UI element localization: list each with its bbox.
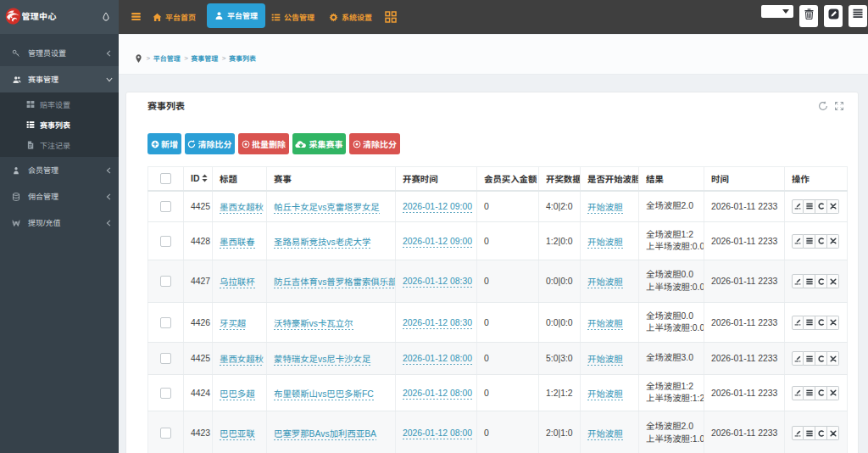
select-all-checkbox[interactable]	[160, 173, 171, 184]
edit-button[interactable]	[824, 5, 843, 27]
row-checkbox[interactable]	[160, 201, 171, 212]
trash-button[interactable]	[799, 5, 818, 27]
match-link[interactable]: 巴塞罗那BAvs加利西亚BA	[274, 429, 376, 440]
sidebar-toggle-icon[interactable]	[131, 11, 142, 22]
match-link[interactable]: 圣路易斯竞技vs老虎大学	[274, 238, 370, 249]
match-link[interactable]: 布里顿斯山vs巴巴多斯FC	[274, 389, 374, 400]
nav-item-4[interactable]: 系统设置	[329, 0, 372, 34]
action-pen-button[interactable]	[792, 199, 804, 214]
row-checkbox[interactable]	[160, 388, 171, 399]
action-close-button[interactable]	[827, 386, 839, 400]
sidebar-subitem-2[interactable]: 赛事列表	[0, 115, 119, 135]
action-close-button[interactable]	[827, 274, 839, 288]
toolbar-button-1[interactable]: 新增	[147, 133, 181, 154]
sidebar-item-3[interactable]: 会员管理	[0, 157, 119, 183]
start-time-link[interactable]: 2026-01-12 08:00	[403, 354, 472, 365]
cell-buy-amount: 0	[477, 260, 539, 303]
nav-item-3[interactable]: 公告管理	[271, 0, 314, 34]
action-menu-button[interactable]	[804, 386, 815, 400]
action-pen-button[interactable]	[792, 274, 804, 288]
bodan-link[interactable]: 开始波胆	[587, 355, 623, 366]
sidebar-item-5[interactable]: 提现/充值	[0, 210, 119, 236]
breadcrumb-link-1[interactable]: 平台管理	[153, 53, 181, 63]
action-refresh-c-button[interactable]	[815, 351, 827, 366]
toolbar-button-5[interactable]: 清除比分	[349, 133, 400, 154]
toolbar-button-4[interactable]: 采集赛事	[292, 133, 347, 154]
title-link[interactable]: 乌拉联杯	[220, 277, 255, 288]
bodan-link[interactable]: 开始波胆	[587, 238, 623, 249]
bodan-link[interactable]: 开始波胆	[587, 319, 623, 330]
action-refresh-c-button[interactable]	[815, 274, 827, 288]
title-link[interactable]: 墨西女超秋	[220, 355, 264, 366]
match-link[interactable]: 帕丘卡女足vs克雷塔罗女足	[274, 203, 380, 214]
language-select[interactable]	[761, 5, 793, 18]
sidebar-subitem-3[interactable]: 下注记录	[0, 135, 119, 155]
nav-item-1[interactable]: 平台首页	[153, 0, 196, 34]
row-checkbox[interactable]	[160, 353, 171, 364]
row-checkbox[interactable]	[160, 428, 171, 439]
bodan-link[interactable]: 开始波胆	[587, 389, 623, 400]
title-link[interactable]: 巴巴亚联	[220, 429, 255, 440]
start-time-link[interactable]: 2026-01-12 09:00	[403, 202, 472, 213]
row-checkbox[interactable]	[160, 236, 171, 247]
apps-grid-icon[interactable]	[385, 11, 397, 23]
start-time-link[interactable]: 2026-01-12 08:00	[403, 389, 472, 400]
toolbar-button-3[interactable]: 批量删除	[238, 133, 289, 154]
sidebar-item-4[interactable]: 佣合管理	[0, 183, 119, 210]
action-refresh-c-button[interactable]	[815, 234, 827, 249]
action-close-button[interactable]	[827, 199, 839, 214]
bodan-link[interactable]: 开始波胆	[587, 429, 623, 440]
log-button[interactable]	[849, 5, 867, 27]
bodan-link[interactable]: 开始波胆	[587, 203, 623, 214]
top-navbar: 管理中心 平台首页平台管理公告管理系统设置	[0, 0, 868, 34]
action-menu-button[interactable]	[804, 426, 815, 440]
refresh-icon	[187, 140, 196, 148]
action-refresh-c-button[interactable]	[815, 386, 827, 400]
sort-icon[interactable]	[202, 174, 208, 182]
action-refresh-c-button[interactable]	[815, 426, 827, 440]
title-link[interactable]: 墨西女超秋	[220, 203, 264, 214]
action-pen-button[interactable]	[792, 351, 804, 366]
action-pen-button[interactable]	[792, 234, 804, 249]
action-pen-button[interactable]	[792, 386, 804, 400]
col-header-8: 结果	[639, 167, 704, 191]
action-menu-button[interactable]	[804, 234, 815, 249]
nav-item-2[interactable]: 平台管理	[207, 3, 265, 28]
action-close-button[interactable]	[827, 426, 839, 440]
title-link[interactable]: 墨西联春	[220, 238, 255, 249]
panel-refresh-icon[interactable]	[818, 101, 828, 111]
breadcrumb-link-2[interactable]: 赛事管理	[191, 53, 218, 63]
action-menu-button[interactable]	[804, 199, 815, 214]
action-close-button[interactable]	[827, 234, 839, 249]
match-link[interactable]: 蒙特瑞女足vs尼卡沙女足	[274, 355, 370, 366]
title-link[interactable]: 牙买超	[220, 319, 246, 330]
action-refresh-c-button[interactable]	[815, 316, 827, 330]
start-time-link[interactable]: 2026-01-12 09:00	[403, 237, 472, 248]
action-pen-button[interactable]	[792, 426, 804, 440]
start-time-link[interactable]: 2026-01-12 08:00	[403, 428, 472, 439]
sidebar-item-1[interactable]: 管理员设置	[0, 40, 119, 66]
sidebar-subitem-1[interactable]: 赔率设置	[0, 94, 119, 115]
brand-logo[interactable]: 管理中心	[0, 0, 119, 34]
action-menu-button[interactable]	[804, 316, 815, 330]
col-header-1[interactable]: ID	[184, 167, 213, 191]
action-pen-button[interactable]	[792, 316, 804, 330]
match-link[interactable]: 沃特豪斯vs卡瓦立尔	[274, 319, 353, 330]
action-refresh-c-button[interactable]	[815, 199, 827, 214]
bodan-link[interactable]: 开始波胆	[587, 277, 623, 288]
match-link[interactable]: 防丘吉体育vs普罗格雷索俱乐部	[274, 277, 396, 288]
breadcrumb-link-3[interactable]: 赛事列表	[229, 53, 256, 63]
sidebar-item-2[interactable]: 赛事管理	[0, 66, 119, 92]
row-checkbox[interactable]	[160, 276, 171, 287]
start-time-link[interactable]: 2026-01-12 08:30	[403, 318, 472, 329]
start-time-link[interactable]: 2026-01-12 08:30	[403, 277, 472, 288]
action-close-button[interactable]	[827, 316, 839, 330]
action-menu-button[interactable]	[804, 351, 815, 366]
row-checkbox[interactable]	[160, 317, 171, 328]
title-link[interactable]: 巴巴多超	[220, 389, 255, 400]
toolbar-button-2[interactable]: 清除比分	[185, 133, 236, 154]
action-close-button[interactable]	[827, 351, 839, 366]
action-menu-button[interactable]	[804, 274, 815, 288]
panel-expand-icon[interactable]	[834, 101, 844, 111]
cell-buy-amount: 0	[477, 375, 539, 411]
